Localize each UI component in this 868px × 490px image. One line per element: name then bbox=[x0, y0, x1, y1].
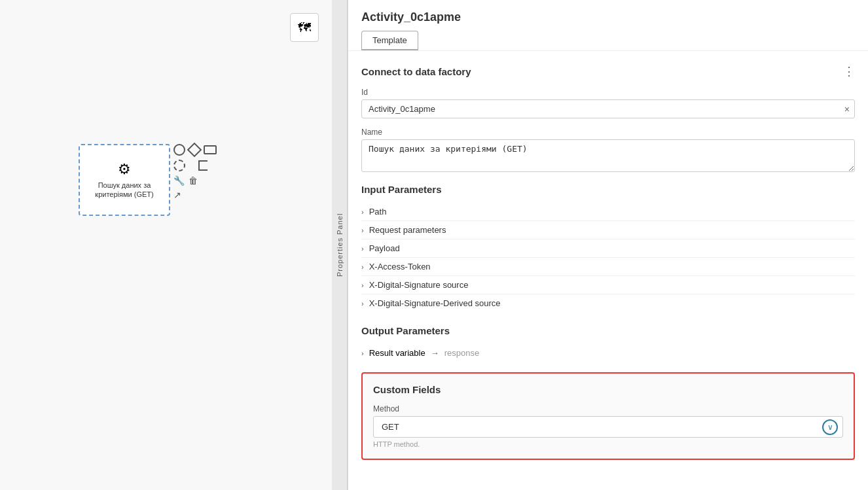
panel-header: Activity_0c1apme Template bbox=[348, 0, 868, 51]
param-request[interactable]: › Request parameters bbox=[361, 221, 855, 239]
arrow-icon[interactable]: ↗ bbox=[173, 190, 181, 200]
chevron-path-icon: › bbox=[361, 208, 364, 216]
bpmn-toolbar: 🔧 🗑 ↗ bbox=[173, 144, 217, 200]
method-dropdown-input[interactable] bbox=[373, 416, 843, 438]
id-field-label: Id bbox=[361, 88, 855, 97]
method-dropdown-wrapper: ∨ bbox=[373, 416, 843, 438]
input-parameters-title: Input Parameters bbox=[361, 184, 855, 195]
more-options-icon[interactable]: ⋮ bbox=[843, 64, 855, 79]
custom-fields-title: Custom Fields bbox=[373, 384, 843, 395]
param-request-label: Request parameters bbox=[369, 225, 446, 235]
custom-fields-section: Custom Fields Method ∨ HTTP method. bbox=[361, 372, 855, 460]
bpmn-toolbar-row-2 bbox=[173, 160, 217, 171]
shape-rect-icon[interactable] bbox=[204, 145, 217, 154]
param-digital-sig[interactable]: › X-Digital-Signature source bbox=[361, 276, 855, 294]
result-variable-value: response bbox=[444, 348, 479, 358]
wrench-icon[interactable]: 🔧 bbox=[173, 175, 185, 186]
map-icon: 🗺 bbox=[298, 20, 311, 35]
output-parameters-title: Output Parameters bbox=[361, 325, 855, 336]
shape-bracket-icon[interactable] bbox=[198, 160, 208, 171]
param-access-token[interactable]: › X-Access-Token bbox=[361, 258, 855, 276]
result-variable-label: Result variable bbox=[369, 348, 425, 358]
result-arrow-icon: → bbox=[431, 348, 439, 358]
chevron-result-icon: › bbox=[361, 349, 364, 357]
id-input[interactable] bbox=[361, 99, 855, 118]
chevron-sig-derived-icon: › bbox=[361, 300, 364, 307]
chevron-payload-icon: › bbox=[361, 245, 364, 253]
node-label: Пошук даних за критеріями (GET) bbox=[85, 181, 164, 200]
id-field-wrapper: × bbox=[361, 99, 855, 118]
param-path[interactable]: › Path bbox=[361, 203, 855, 221]
param-access-token-label: X-Access-Token bbox=[369, 262, 431, 271]
result-variable-row[interactable]: › Result variable → response bbox=[361, 344, 855, 362]
id-clear-button[interactable]: × bbox=[844, 104, 850, 114]
shape-diamond-icon[interactable] bbox=[187, 143, 202, 158]
param-digital-sig-label: X-Digital-Signature source bbox=[369, 280, 469, 290]
tab-template[interactable]: Template bbox=[361, 31, 418, 50]
panel-title: Activity_0c1apme bbox=[361, 10, 855, 24]
name-field-label: Name bbox=[361, 128, 855, 137]
chevron-request-icon: › bbox=[361, 226, 364, 234]
chevron-sig-icon: › bbox=[361, 281, 364, 289]
bpmn-toolbar-row-1 bbox=[173, 144, 217, 156]
chevron-token-icon: › bbox=[361, 263, 364, 271]
param-path-label: Path bbox=[369, 207, 387, 217]
param-payload[interactable]: › Payload bbox=[361, 239, 855, 258]
method-field-hint: HTTP method. bbox=[373, 440, 843, 448]
panel-tabs: Template bbox=[361, 31, 855, 50]
input-parameters-list: › Path › Request parameters › Payload › … bbox=[361, 203, 855, 312]
panel-content: Connect to data factory ⋮ Id × Name Пошу… bbox=[348, 51, 868, 490]
param-payload-label: Payload bbox=[369, 243, 400, 253]
map-icon-button[interactable]: 🗺 bbox=[290, 13, 319, 42]
properties-panel: Activity_0c1apme Template Connect to dat… bbox=[348, 0, 868, 490]
shape-circle-dashed-icon[interactable] bbox=[173, 160, 185, 171]
output-parameters-section: Output Parameters › Result variable → re… bbox=[361, 325, 855, 362]
node-gear-icon: ⚙ bbox=[118, 161, 131, 178]
param-digital-sig-derived[interactable]: › X-Digital-Signature-Derived source bbox=[361, 294, 855, 312]
shape-circle-icon[interactable] bbox=[173, 144, 185, 156]
param-digital-sig-derived-label: X-Digital-Signature-Derived source bbox=[369, 298, 501, 308]
name-textarea[interactable]: Пошук даних за критеріями (GET) bbox=[361, 139, 855, 172]
bpmn-toolbar-row-4: ↗ bbox=[173, 190, 217, 200]
connect-section-header: Connect to data factory ⋮ bbox=[361, 64, 855, 79]
method-field-label: Method bbox=[373, 404, 843, 413]
trash-icon[interactable]: 🗑 bbox=[189, 175, 198, 186]
connect-section-title: Connect to data factory bbox=[361, 66, 471, 77]
canvas-area: 🗺 ⚙ Пошук даних за критеріями (GET) 🔧 🗑 … bbox=[0, 0, 332, 490]
properties-panel-label: Properties Panel bbox=[332, 0, 348, 490]
bpmn-node[interactable]: ⚙ Пошук даних за критеріями (GET) bbox=[79, 144, 170, 216]
bpmn-toolbar-row-3: 🔧 🗑 bbox=[173, 175, 217, 186]
